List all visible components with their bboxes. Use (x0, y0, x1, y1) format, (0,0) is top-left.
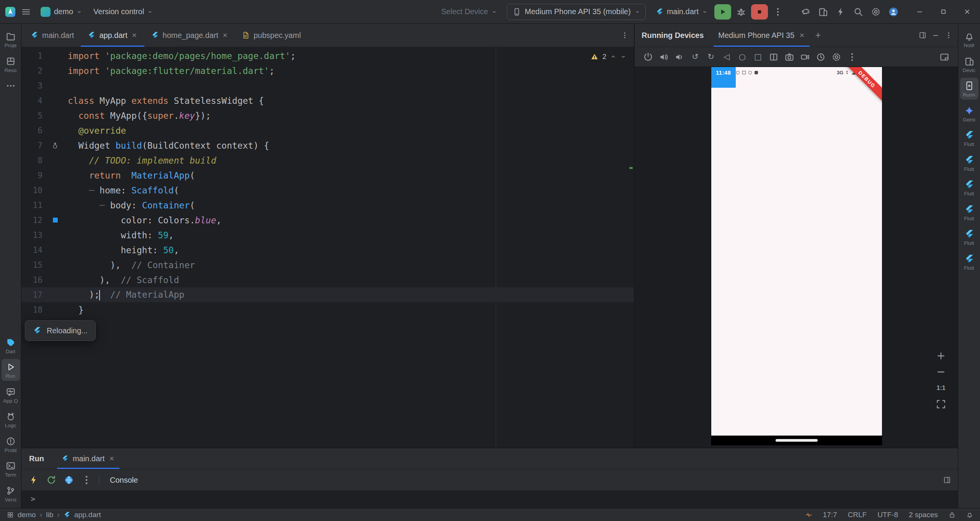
tool-stripe-flutter-coverage[interactable]: Flutt (960, 202, 978, 223)
dock-icon[interactable] (939, 52, 949, 62)
line-number[interactable]: 11 (21, 201, 42, 210)
zoom-out-icon[interactable] (936, 367, 946, 377)
tool-stripe-flutter-performance[interactable]: Flutt (960, 152, 978, 174)
caret-position-widget[interactable]: 17:7 (823, 511, 837, 519)
code-line[interactable]: 7 Widget build(BuildContext context) { (21, 138, 634, 153)
line-number[interactable]: 13 (21, 231, 42, 240)
volume-down-icon[interactable] (675, 52, 684, 62)
code-line[interactable]: 14 height: 50, (21, 242, 634, 257)
more-run-actions-button[interactable] (770, 4, 786, 20)
tool-stripe-version-control[interactable]: Versi (2, 483, 20, 505)
code-line[interactable]: 8 // TODO: implement build (21, 153, 634, 168)
code-line[interactable]: 13 width: 59, (21, 228, 634, 242)
code-lines[interactable]: 1import 'package:demo/pages/home_page.da… (21, 48, 634, 317)
device-screen[interactable]: 11:48 3G ▲▼ DEBUG (711, 67, 882, 445)
code-line[interactable]: 10 ─ home: Scaffold( (21, 183, 634, 198)
indent-widget[interactable]: 2 spaces (909, 511, 938, 519)
build-button[interactable] (798, 4, 813, 20)
line-number[interactable]: 15 (21, 260, 42, 270)
close-tab-icon[interactable] (222, 32, 228, 38)
tool-stripe-project[interactable]: Proje (2, 28, 20, 50)
encoding-widget[interactable]: UTF-8 (877, 511, 898, 519)
close-tab-icon[interactable] (131, 32, 137, 38)
open-devtools-icon[interactable] (64, 475, 74, 485)
tool-stripe-flutter-inspector[interactable]: Flutt (960, 177, 978, 198)
code-line[interactable]: 12 color: Colors.blue, (21, 213, 634, 228)
search-everywhere-button[interactable] (851, 4, 866, 20)
breadcrumb-item[interactable]: app.dart (74, 511, 101, 519)
tool-stripe-logcat[interactable]: Logc (2, 408, 20, 430)
code-line[interactable]: 11 ─ body: Container( (21, 198, 634, 213)
line-number[interactable]: 1 (21, 51, 42, 61)
console-output[interactable]: > (21, 491, 958, 508)
minimize-window-button[interactable] (909, 0, 930, 24)
layout-icon[interactable] (943, 476, 951, 484)
back-icon[interactable]: ◁ (722, 52, 732, 62)
tool-stripe-gemini[interactable]: Gemi (960, 103, 978, 125)
line-number[interactable]: 16 (21, 275, 42, 285)
line-number[interactable]: 2 (21, 66, 42, 75)
gesture-pill[interactable] (776, 439, 818, 442)
device-tab[interactable]: Medium Phone API 35 (714, 24, 810, 47)
run-button[interactable] (714, 4, 731, 20)
tool-stripe-dart-analysis[interactable]: Dart (2, 334, 20, 356)
tool-stripe-problems[interactable]: Probl (2, 433, 20, 455)
line-number[interactable]: 3 (21, 81, 42, 90)
code-line[interactable]: 18 } (21, 302, 634, 317)
volume-up-icon[interactable] (659, 52, 669, 62)
overview-icon[interactable]: □ (753, 52, 763, 62)
tool-stripe-flutter-extra-2[interactable]: Flutt (960, 251, 978, 273)
device-selector[interactable]: Medium Phone API 35 (mobile) (507, 4, 646, 20)
color-swatch[interactable] (52, 217, 58, 223)
line-number[interactable]: 7 (21, 141, 42, 150)
tool-stripe-more-tool-windows[interactable] (2, 78, 20, 93)
editor-tab-home_page.dart[interactable]: home_page.dart (144, 24, 235, 47)
code-line[interactable]: 1import 'package:demo/pages/home_page.da… (21, 48, 634, 63)
code-line[interactable]: 15 ), // Container (21, 257, 634, 272)
project-selector[interactable]: demo (36, 4, 87, 20)
code-line[interactable]: 9 return MaterialApp( (21, 168, 634, 183)
rotate-right-icon[interactable]: ↻ (706, 52, 716, 62)
more-options-icon[interactable] (81, 475, 92, 485)
override-marker-icon[interactable] (52, 142, 59, 149)
more-vertical-icon[interactable] (847, 52, 857, 62)
line-number[interactable]: 8 (21, 156, 42, 165)
rotate-left-icon[interactable]: ↺ (690, 52, 700, 62)
code-line[interactable]: 5 const MyApp({super.key}); (21, 108, 634, 123)
main-menu-button[interactable] (18, 4, 34, 20)
hide-panel-icon[interactable] (932, 31, 939, 39)
next-problem-icon[interactable] (620, 54, 626, 60)
editor-tab-main.dart[interactable]: main.dart (24, 24, 81, 47)
breadcrumb-item[interactable]: lib (46, 511, 53, 519)
close-tab-icon[interactable] (799, 32, 805, 38)
select-device-dropdown[interactable]: Select Device (437, 4, 501, 20)
history-icon[interactable] (816, 52, 826, 62)
layout-icon[interactable] (919, 31, 926, 39)
line-number[interactable]: 6 (21, 126, 42, 135)
run-tab[interactable]: main.dart (57, 448, 119, 469)
line-separator-widget[interactable]: CRLF (848, 511, 867, 519)
fold-icon[interactable] (769, 52, 779, 62)
record-icon[interactable] (800, 52, 810, 62)
line-number[interactable]: 14 (21, 246, 42, 255)
code-line[interactable]: 16 ), // Scaffold (21, 272, 634, 287)
tool-stripe-notifications[interactable]: Notif (960, 28, 978, 50)
read-only-lock-icon[interactable] (949, 511, 956, 518)
line-number[interactable]: 10 (21, 186, 42, 195)
tool-stripe-running-devices[interactable]: Runn (960, 78, 978, 100)
maximize-window-button[interactable] (933, 0, 954, 24)
line-number[interactable]: 12 (21, 216, 42, 225)
line-number[interactable]: 4 (21, 96, 42, 105)
tool-stripe-terminal[interactable]: Term (2, 458, 20, 480)
code-line[interactable]: 4class MyApp extends StatelessWidget { (21, 93, 634, 108)
home-icon[interactable]: ○ (737, 52, 747, 62)
gear-icon[interactable] (831, 52, 841, 62)
profile-button[interactable] (886, 4, 901, 20)
run-config-selector[interactable]: main.dart (651, 4, 712, 20)
camera-icon[interactable] (784, 52, 794, 62)
code-line[interactable]: 6 @override (21, 123, 634, 138)
device-manager-button[interactable] (815, 4, 831, 20)
editor-tab-pubspec.yaml[interactable]: pubspec.yaml (235, 24, 307, 47)
zoom-fit-icon[interactable] (936, 399, 946, 410)
analyzer-indicator-icon[interactable] (805, 511, 812, 518)
